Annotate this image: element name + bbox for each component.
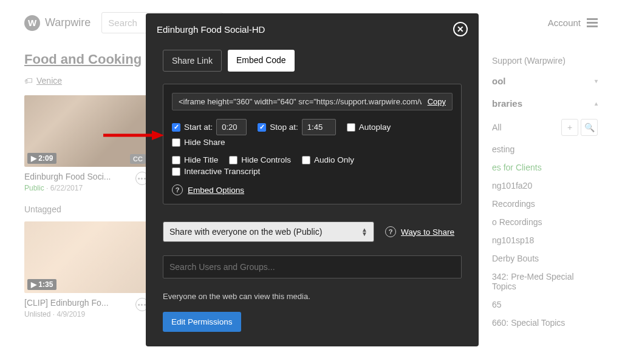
embed-panel: <iframe height="360" width="640" src="ht… — [163, 84, 462, 204]
search-users-input[interactable] — [163, 255, 462, 278]
autoplay-label: Autoplay — [359, 123, 391, 132]
tab-share-link[interactable]: Share Link — [163, 50, 222, 72]
hide-share-checkbox[interactable] — [172, 138, 180, 147]
embed-options-link[interactable]: Embed Options — [188, 186, 244, 195]
interactive-transcript-label: Interactive Transcript — [184, 167, 260, 176]
stop-at-checkbox[interactable] — [258, 123, 266, 132]
ways-to-share-link[interactable]: Ways to Share — [401, 228, 454, 237]
close-icon: ✕ — [457, 25, 464, 33]
hide-share-label: Hide Share — [184, 138, 225, 147]
annotation-arrow — [103, 129, 164, 144]
start-at-input[interactable] — [216, 119, 247, 135]
copy-button[interactable]: Copy — [428, 97, 446, 106]
start-at-checkbox[interactable] — [172, 123, 180, 132]
share-scope-value: Share with everyone on the web (Public) — [169, 227, 322, 237]
audio-only-label: Audio Only — [314, 155, 354, 164]
access-note: Everyone on the web can view this media. — [163, 292, 462, 301]
hide-title-label: Hide Title — [184, 155, 218, 164]
close-button[interactable]: ✕ — [453, 22, 468, 36]
hide-title-checkbox[interactable] — [172, 156, 180, 164]
share-modal: Edinburgh Food Social-HD ✕ Share Link Em… — [146, 13, 479, 346]
edit-permissions-button[interactable]: Edit Permissions — [163, 312, 241, 332]
stop-at-label: Stop at: — [270, 123, 298, 132]
autoplay-checkbox[interactable] — [347, 123, 355, 132]
help-icon[interactable]: ? — [172, 184, 183, 195]
hide-controls-checkbox[interactable] — [229, 156, 238, 164]
start-at-label: Start at: — [184, 123, 213, 132]
audio-only-checkbox[interactable] — [302, 156, 310, 164]
modal-title: Edinburgh Food Social-HD — [157, 24, 265, 35]
svg-marker-1 — [152, 130, 164, 140]
share-scope-select[interactable]: Share with everyone on the web (Public) … — [163, 221, 374, 242]
stop-at-input[interactable] — [302, 119, 336, 135]
interactive-transcript-checkbox[interactable] — [172, 167, 180, 176]
help-icon[interactable]: ? — [385, 226, 396, 237]
tab-embed-code[interactable]: Embed Code — [228, 50, 295, 72]
embed-code-field[interactable]: <iframe height="360" width="640" src="ht… — [179, 97, 422, 106]
hide-controls-label: Hide Controls — [241, 155, 291, 164]
select-arrows-icon: ▲▼ — [361, 228, 367, 236]
